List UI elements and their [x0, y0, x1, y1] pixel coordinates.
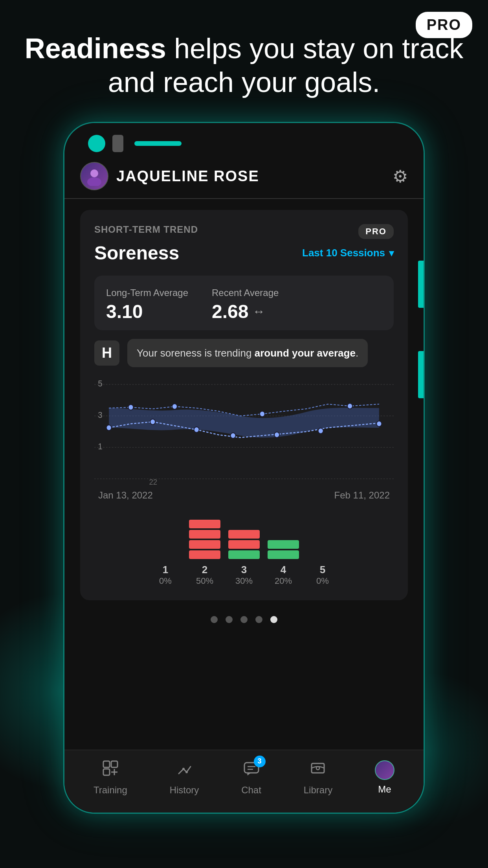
- svg-point-15: [376, 421, 382, 427]
- dot-4[interactable]: [255, 616, 262, 623]
- status-rect: [112, 135, 123, 152]
- svg-point-18: [260, 411, 265, 417]
- bar-num-2: 2: [202, 564, 207, 576]
- history-icon: [176, 760, 193, 781]
- line-chart: 5 3 1: [94, 377, 394, 487]
- phone-container: JAQUELINE ROSE ⚙ SHORT-TERM TREND PRO So…: [63, 122, 425, 814]
- status-bar: [64, 123, 424, 156]
- card-header: SHORT-TERM TREND PRO: [94, 224, 394, 239]
- svg-text:1: 1: [98, 442, 102, 451]
- svg-point-1: [87, 177, 101, 186]
- date-start: Jan 13, 2022: [98, 490, 153, 501]
- nav-history[interactable]: History: [170, 760, 199, 796]
- recent-stat: Recent Average 2.68 ↔: [212, 287, 279, 322]
- long-term-value: 3.10: [106, 301, 188, 322]
- chat-badge: 3: [254, 756, 266, 767]
- svg-point-27: [185, 771, 188, 773]
- sessions-filter[interactable]: Last 10 Sessions ▾: [302, 247, 394, 259]
- status-line: [134, 141, 182, 146]
- me-avatar: [375, 760, 394, 780]
- chevron-down-icon: ▾: [389, 248, 394, 259]
- nav-chat-label: Chat: [241, 785, 261, 796]
- bar-num-3: 3: [241, 564, 247, 576]
- bar-pct-2: 50%: [196, 576, 213, 586]
- card-pro-badge: PRO: [358, 224, 394, 239]
- svg-text:22: 22: [149, 478, 157, 487]
- date-end: Feb 11, 2022: [334, 490, 390, 501]
- avatar: [80, 162, 108, 190]
- svg-rect-31: [312, 763, 324, 773]
- svg-point-10: [150, 419, 155, 425]
- bar-chart: 1 0% 2 50% 3 30%: [94, 512, 394, 586]
- bar-num-4: 4: [281, 564, 286, 576]
- library-icon: [309, 760, 327, 781]
- nav-training[interactable]: Training: [94, 760, 127, 796]
- svg-point-11: [194, 427, 199, 432]
- nav-library[interactable]: Library: [304, 760, 332, 796]
- bottom-nav: Training History: [64, 750, 424, 813]
- insight-bold: around your average: [255, 347, 356, 359]
- pro-badge-top[interactable]: PRO: [416, 12, 472, 38]
- dot-2[interactable]: [226, 616, 233, 623]
- svg-rect-23: [103, 769, 110, 775]
- phone-screen: JAQUELINE ROSE ⚙ SHORT-TERM TREND PRO So…: [64, 123, 424, 813]
- short-term-label: SHORT-TERM TREND: [94, 224, 198, 235]
- h-logo-icon: H: [94, 340, 119, 366]
- insight-row: H Your soreness is trending around your …: [94, 339, 394, 367]
- bar-labels-row: 1 0% 2 50% 3 30%: [94, 564, 394, 586]
- svg-point-16: [128, 405, 133, 410]
- svg-point-13: [274, 432, 279, 438]
- dot-5-active[interactable]: [270, 616, 277, 623]
- svg-point-0: [90, 169, 98, 177]
- settings-icon[interactable]: ⚙: [393, 166, 408, 186]
- svg-point-17: [172, 404, 177, 409]
- svg-point-32: [316, 767, 319, 770]
- nav-me[interactable]: Me: [375, 760, 394, 795]
- svg-rect-21: [103, 761, 110, 767]
- dot-1[interactable]: [211, 616, 218, 623]
- svg-point-14: [318, 428, 323, 434]
- insight-pre: Your soreness is trending: [137, 347, 255, 359]
- stats-row: Long-Term Average 3.10 Recent Average 2.…: [94, 276, 394, 330]
- bar-pct-3: 30%: [235, 576, 253, 586]
- bar-group-2: [189, 512, 220, 559]
- phone-frame: JAQUELINE ROSE ⚙ SHORT-TERM TREND PRO So…: [63, 122, 425, 814]
- svg-point-26: [182, 768, 185, 770]
- svg-point-12: [231, 433, 236, 438]
- insight-bubble: Your soreness is trending around your av…: [127, 339, 368, 367]
- user-header: JAQUELINE ROSE ⚙: [80, 156, 408, 198]
- nav-training-label: Training: [94, 785, 127, 796]
- nav-library-label: Library: [304, 785, 332, 796]
- long-term-stat: Long-Term Average 3.10: [106, 287, 188, 322]
- insight-post: .: [356, 347, 358, 359]
- bar-pct-4: 20%: [275, 576, 292, 586]
- bar-pct-5: 0%: [316, 576, 329, 586]
- phone-content: JAQUELINE ROSE ⚙ SHORT-TERM TREND PRO So…: [64, 156, 424, 631]
- card-title-row: Soreness Last 10 Sessions ▾: [94, 242, 394, 264]
- recent-value: 2.68 ↔: [212, 301, 279, 322]
- teal-side-bar-1: [418, 261, 424, 308]
- svg-text:5: 5: [98, 379, 102, 388]
- bar-num-5: 5: [320, 564, 325, 576]
- me-icon: [375, 760, 394, 780]
- svg-rect-22: [111, 761, 117, 767]
- bar-pct-1: 0%: [159, 576, 172, 586]
- date-row: Jan 13, 2022 Feb 11, 2022: [94, 490, 394, 501]
- page-dots: [80, 616, 408, 631]
- nav-history-label: History: [170, 785, 199, 796]
- svg-point-19: [347, 403, 352, 409]
- teal-side-bar-2: [418, 351, 424, 398]
- nav-chat[interactable]: 3 Chat: [241, 760, 261, 796]
- long-term-label: Long-Term Average: [106, 287, 188, 298]
- nav-me-label: Me: [378, 784, 391, 795]
- header-bold: Readiness: [25, 33, 166, 64]
- header-section: Readiness helps you stay on track and re…: [0, 31, 488, 99]
- training-icon: [102, 760, 119, 781]
- recent-label: Recent Average: [212, 287, 279, 298]
- divider: [64, 198, 424, 199]
- dot-3[interactable]: [240, 616, 248, 623]
- status-dot: [88, 135, 105, 152]
- user-info: JAQUELINE ROSE: [80, 162, 259, 190]
- bar-group-3: [228, 512, 260, 559]
- svg-text:3: 3: [98, 410, 102, 420]
